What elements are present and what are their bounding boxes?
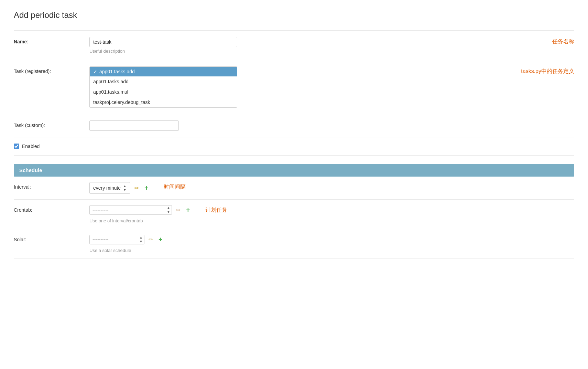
task-selected-value: app01.tasks.add xyxy=(99,69,135,74)
task-option-1[interactable]: app01.tasks.add xyxy=(90,76,237,87)
task-option-2[interactable]: app01.tasks.mul xyxy=(90,87,237,97)
crontab-spinner[interactable]: ▲ ▼ xyxy=(165,206,172,214)
name-annotation: 任务名称 xyxy=(552,37,574,45)
interval-up-arrow: ▲ xyxy=(123,184,127,188)
task-custom-label: Task (custom): xyxy=(14,120,89,128)
crontab-edit-button[interactable]: ✏ xyxy=(175,206,182,214)
crontab-select[interactable]: ---------- xyxy=(90,205,165,214)
interval-annotation: 时间间隔 xyxy=(164,182,186,191)
task-registered-dropdown[interactable]: ✓ app01.tasks.add app01.tasks.add app01.… xyxy=(89,66,237,108)
solar-help-text: Use a solar schedule xyxy=(89,248,164,253)
solar-label: Solar: xyxy=(14,235,89,242)
solar-select[interactable]: ---------- xyxy=(90,235,138,244)
task-registered-annotation: tasks.py中的任务定义 xyxy=(521,66,574,75)
crontab-up-arrow: ▲ xyxy=(167,206,170,210)
enabled-label: Enabled xyxy=(22,144,40,149)
interval-down-arrow: ▼ xyxy=(123,188,127,192)
task-custom-input[interactable] xyxy=(89,120,179,131)
interval-add-button[interactable]: + xyxy=(143,183,150,193)
interval-select-wrap[interactable]: every minute ▲ ▼ xyxy=(89,182,130,194)
page-title: Add periodic task xyxy=(14,10,574,20)
name-help-text: Useful description xyxy=(89,49,538,54)
crontab-annotation: 计划任务 xyxy=(205,205,227,214)
solar-edit-button[interactable]: ✏ xyxy=(147,236,154,243)
task-option-3[interactable]: taskproj.celery.debug_task xyxy=(90,97,237,107)
solar-add-button[interactable]: + xyxy=(157,235,164,244)
interval-control: every minute ▲ ▼ ✏ + xyxy=(89,182,150,194)
crontab-label: Crontab: xyxy=(14,205,89,213)
enabled-checkbox[interactable] xyxy=(14,144,19,149)
schedule-section-header: Schedule xyxy=(14,164,574,177)
name-input[interactable] xyxy=(89,37,237,47)
interval-select[interactable]: every minute xyxy=(93,185,121,191)
solar-select-wrap[interactable]: ---------- ▲ ▼ xyxy=(89,235,144,244)
interval-spinner[interactable]: ▲ ▼ xyxy=(123,184,127,192)
task-dropdown-options: app01.tasks.add app01.tasks.mul taskproj… xyxy=(90,76,237,107)
interval-label: Interval: xyxy=(14,182,89,190)
solar-control: ---------- ▲ ▼ ✏ + xyxy=(89,235,164,244)
crontab-help-text: Use one of interval/crontab xyxy=(89,218,192,223)
interval-edit-button[interactable]: ✏ xyxy=(133,184,140,192)
crontab-control: ---------- ▲ ▼ ✏ + xyxy=(89,205,192,215)
enabled-row: Enabled xyxy=(14,137,574,156)
crontab-select-wrap[interactable]: ---------- ▲ ▼ xyxy=(89,205,172,215)
task-dropdown-selected[interactable]: ✓ app01.tasks.add xyxy=(90,67,237,76)
solar-spinner[interactable]: ▲ ▼ xyxy=(138,235,144,244)
task-registered-label: Task (registered): xyxy=(14,66,89,74)
name-label: Name: xyxy=(14,37,89,44)
crontab-add-button[interactable]: + xyxy=(185,205,192,215)
solar-down-arrow: ▼ xyxy=(139,240,143,244)
checkmark-icon: ✓ xyxy=(93,69,97,74)
solar-up-arrow: ▲ xyxy=(139,235,143,240)
crontab-down-arrow: ▼ xyxy=(167,210,170,214)
